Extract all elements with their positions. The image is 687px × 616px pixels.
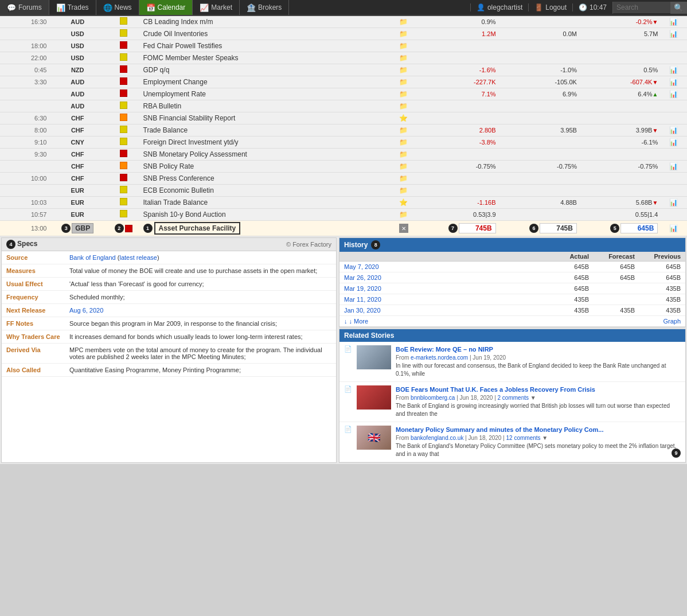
- graph-link[interactable]: Graph: [663, 318, 681, 325]
- nav-market[interactable]: 📈 Market: [193, 0, 240, 15]
- search-section: 🔍: [612, 2, 687, 14]
- chart-cell[interactable]: 📊: [660, 64, 687, 76]
- latest-release-link[interactable]: latest release: [119, 254, 157, 261]
- event-name[interactable]: Fed Chair Powell Testifies: [141, 40, 391, 52]
- impact-cell: [106, 64, 141, 76]
- event-name[interactable]: SNB Financial Stability Report: [141, 112, 391, 124]
- actual-value: [417, 173, 498, 185]
- event-name[interactable]: SNB Policy Rate: [141, 161, 391, 173]
- ff-notes-value: Source began this program in Mar 2009, i…: [65, 317, 336, 330]
- event-name[interactable]: GDP q/q: [141, 64, 391, 76]
- nav-brokers[interactable]: 🏦 Brokers: [240, 0, 289, 15]
- impact-indicator: [120, 41, 127, 49]
- next-release-value: Aug 6, 2020: [65, 304, 336, 317]
- history-panel: History 8 Actual Forecast Previous May 7…: [339, 237, 686, 328]
- from-label: From: [396, 354, 411, 361]
- nav-news[interactable]: 🌐 News: [96, 0, 139, 15]
- nav-forums[interactable]: 💬 Forums: [0, 0, 49, 15]
- impact-cell: [106, 112, 141, 124]
- event-name[interactable]: SNB Monetary Policy Assessment: [141, 149, 391, 161]
- badge-6: 6: [529, 224, 538, 233]
- frequency-label: Frequency: [2, 291, 65, 304]
- chart-cell[interactable]: 📊: [660, 137, 687, 149]
- chart-cell[interactable]: 📊: [660, 124, 687, 137]
- story-link[interactable]: BoE Review: More QE – no NIRP: [396, 346, 493, 353]
- story-link[interactable]: Monetary Policy Summary and minutes of t…: [396, 426, 603, 433]
- event-name[interactable]: Foreign Direct Investment ytd/y: [141, 137, 391, 149]
- forecast-value: [498, 16, 579, 28]
- usual-effect-label: Usual Effect: [2, 278, 65, 291]
- table-row: 10:57 EUR Spanish 10-y Bond Auction 📁 0.…: [0, 209, 687, 221]
- history-header: History 8: [339, 238, 685, 252]
- impact-cell: [106, 88, 141, 100]
- currency-cell: CHF: [49, 173, 106, 185]
- chart-cell[interactable]: 📊: [660, 161, 687, 173]
- history-date-link[interactable]: Mar 11, 2020: [344, 296, 381, 303]
- story-comments-link[interactable]: 12 comments: [506, 435, 541, 441]
- history-date-link[interactable]: Mar 26, 2020: [344, 274, 381, 281]
- event-name[interactable]: Crude Oil Inventories: [141, 28, 391, 40]
- ff-notes-label: FF Notes: [2, 317, 65, 330]
- chart-cell[interactable]: 📊: [660, 88, 687, 100]
- event-name[interactable]: Unemployment Rate: [141, 88, 391, 100]
- selected-event-name[interactable]: 1 Asset Purchase Facility: [141, 221, 391, 236]
- impact-indicator: [120, 174, 127, 181]
- story-date: | Jun 18, 2020 |: [465, 435, 506, 441]
- related-title: Related Stories: [344, 332, 394, 340]
- story-source-link[interactable]: bnnbloomberg.ca: [411, 395, 455, 401]
- chart-icon: 📊: [669, 126, 678, 134]
- previous-value: 6.4%▲: [579, 88, 660, 100]
- chart-icon: 📊: [669, 78, 678, 86]
- story-item: 📄 BoE Review: More QE – no NIRP From e-m…: [339, 342, 685, 382]
- currency-cell: CHF: [49, 112, 106, 124]
- close-detail-button[interactable]: ✕: [399, 224, 408, 233]
- logout-section[interactable]: 🚪 Logout: [528, 3, 572, 11]
- history-date-link[interactable]: Mar 19, 2020: [344, 285, 381, 292]
- event-name[interactable]: Employment Change: [141, 76, 391, 88]
- story-source-link[interactable]: e-markets.nordea.com: [411, 354, 468, 361]
- specs-frequency-row: Frequency Scheduled monthly;: [2, 291, 336, 304]
- event-name[interactable]: CB Leading Index m/m: [141, 16, 391, 28]
- chart-cell: [660, 100, 687, 112]
- event-name[interactable]: ECB Economic Bulletin: [141, 185, 391, 197]
- story-title: BOE Fears Mount That U.K. Faces a Jobles…: [396, 385, 681, 393]
- history-date-link[interactable]: May 7, 2020: [344, 263, 379, 270]
- search-button[interactable]: 🔍: [670, 2, 687, 14]
- bank-of-england-link[interactable]: Bank of England: [69, 254, 116, 261]
- folder-cell: 📁: [391, 185, 417, 197]
- next-release-link[interactable]: Aug 6, 2020: [69, 307, 103, 314]
- event-name[interactable]: FOMC Member Mester Speaks: [141, 52, 391, 64]
- story-link[interactable]: BOE Fears Mount That U.K. Faces a Jobles…: [396, 386, 595, 393]
- chart-cell[interactable]: 📊: [660, 76, 687, 88]
- event-name[interactable]: Spanish 10-y Bond Auction: [141, 209, 391, 221]
- event-name[interactable]: Italian Trade Balance: [141, 197, 391, 209]
- event-name[interactable]: Trade Balance: [141, 124, 391, 137]
- search-input[interactable]: [613, 2, 670, 13]
- table-row: AUD Unemployment Rate 📁 7.1% 6.9% 6.4%▲ …: [0, 88, 687, 100]
- event-name[interactable]: RBA Bulletin: [141, 100, 391, 112]
- history-date-link[interactable]: Jan 30, 2020: [344, 307, 381, 314]
- story-comments-link[interactable]: 2 comments: [498, 395, 529, 401]
- more-link[interactable]: ↓ ↓ More: [344, 318, 368, 325]
- forecast-value: [498, 185, 579, 197]
- measures-value: Total value of money the BOE will create…: [65, 264, 336, 278]
- nav-calendar[interactable]: 📅 Calendar: [139, 0, 193, 15]
- history-actual: 435B: [543, 296, 589, 303]
- chart-cell[interactable]: 📊: [660, 197, 687, 209]
- chart-icon: 📊: [669, 138, 678, 146]
- previous-value: 0.55|1.4: [579, 209, 660, 221]
- chart-cell[interactable]: 📊: [660, 28, 687, 40]
- forecast-value: -0.75%: [498, 161, 579, 173]
- chart-cell[interactable]: 📊: [660, 16, 687, 28]
- history-previous: 645B: [635, 263, 681, 270]
- chart-cell[interactable]: 📊: [660, 221, 687, 236]
- story-source-link[interactable]: bankofengland.co.uk: [411, 435, 463, 441]
- impact-indicator: [120, 198, 127, 205]
- chart-icon: 📊: [669, 18, 678, 26]
- event-name[interactable]: SNB Press Conference: [141, 173, 391, 185]
- folder-cell: 📁: [391, 124, 417, 137]
- nav-trades[interactable]: 📊 Trades: [49, 0, 96, 15]
- close-cell[interactable]: ✕: [391, 221, 417, 236]
- impact-cell: [106, 124, 141, 137]
- currency-cell: AUD: [49, 100, 106, 112]
